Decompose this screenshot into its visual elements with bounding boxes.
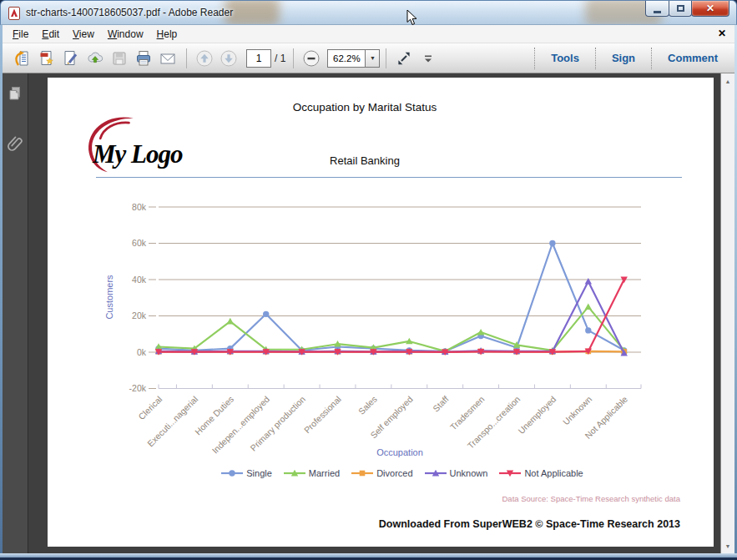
svg-text:Customers: Customers (104, 275, 114, 320)
divider-line (96, 177, 682, 178)
window-border-bottom (0, 553, 737, 557)
svg-text:Staff: Staff (431, 394, 451, 414)
legend-label: Unknown (450, 468, 488, 478)
svg-text:40k: 40k (132, 275, 147, 285)
chart-subtitle: Retail Banking (48, 154, 682, 167)
navigation-sidebar (3, 73, 28, 553)
svg-text:Sales: Sales (356, 394, 379, 416)
chart-legend: SingleMarriedDivorcedUnknownNot Applicab… (110, 468, 694, 478)
chart-title: Occupation by Marital Status (48, 101, 682, 114)
more-tools-button[interactable] (416, 47, 439, 69)
legend-marker-icon (221, 468, 243, 478)
save-button[interactable] (108, 47, 130, 69)
toolbar-dotted-separator (651, 48, 652, 69)
mouse-cursor (406, 10, 418, 27)
page-thumbnails-button[interactable] (5, 83, 25, 103)
close-document-icon[interactable]: ✕ (718, 28, 726, 39)
more-tools-icon (422, 50, 434, 67)
legend-item: Single (221, 468, 272, 478)
previous-page-icon (195, 49, 214, 68)
page-total-label: / 1 (275, 53, 285, 64)
fit-window-button[interactable] (392, 47, 415, 69)
create-pdf-icon (38, 49, 56, 68)
legend-marker-icon (425, 468, 447, 478)
scroll-down-icon[interactable]: ▼ (721, 539, 734, 552)
minimize-button[interactable] (645, 1, 669, 17)
toolbar-dotted-separator (595, 48, 596, 69)
pdf-page: Occupation by Marital Status My Logo Ret… (48, 78, 714, 547)
sign-panel-button[interactable]: Sign (603, 52, 644, 64)
zoom-level-value[interactable]: 62.2% (327, 49, 366, 68)
toolbar-separator (386, 48, 386, 68)
legend-marker-icon (284, 468, 305, 478)
window-border-left (0, 25, 3, 556)
title-bar[interactable]: str-charts-1400718605037.pdf - Adobe Rea… (0, 0, 737, 25)
svg-text:Unemployed: Unemployed (516, 394, 558, 436)
legend-item: Not Applicable (499, 468, 583, 478)
menu-window[interactable]: Window (101, 26, 150, 43)
comment-panel-button[interactable]: Comment (659, 52, 726, 64)
page-thumbnails-icon (7, 85, 23, 102)
next-page-icon (220, 49, 238, 68)
minimize-icon (654, 11, 661, 13)
next-page-button[interactable] (217, 47, 240, 69)
svg-text:Tradesmen: Tradesmen (448, 394, 487, 432)
maximize-icon (677, 5, 684, 12)
paperclip-icon (7, 134, 23, 154)
legend-label: Not Applicable (524, 468, 583, 478)
adobe-reader-app-icon (7, 6, 22, 21)
fill-sign-button[interactable] (59, 47, 82, 69)
toolbar-separator (186, 48, 187, 68)
toolbar: / 1 62.2% ▼ Tools Sign Comment (3, 43, 734, 73)
print-icon (134, 49, 153, 68)
toolbar-dotted-separator (534, 48, 535, 69)
svg-text:0k: 0k (137, 347, 147, 357)
svg-text:60k: 60k (132, 238, 147, 248)
fit-window-icon (395, 49, 413, 68)
zoom-dropdown-button[interactable]: ▼ (366, 49, 380, 68)
maximize-button[interactable] (669, 1, 692, 17)
svg-text:80k: 80k (132, 202, 147, 212)
email-button[interactable] (156, 47, 179, 69)
menu-help[interactable]: Help (150, 26, 184, 43)
download-footer: Downloaded From SuperWEB2 © Space-Time R… (48, 518, 680, 530)
tools-panel-button[interactable]: Tools (543, 52, 588, 64)
menu-file[interactable]: File (6, 26, 35, 43)
close-button[interactable]: ✕ (691, 1, 729, 17)
legend-label: Married (309, 468, 340, 478)
legend-marker-icon (351, 468, 373, 478)
previous-page-button[interactable] (193, 47, 215, 69)
open-file-button[interactable] (11, 47, 33, 69)
legend-label: Single (246, 468, 272, 478)
legend-marker-icon (499, 468, 521, 478)
attachments-button[interactable] (5, 134, 25, 154)
menu-edit[interactable]: Edit (35, 26, 66, 43)
vertical-scrollbar[interactable]: ▲ ▼ (720, 73, 734, 553)
save-icon (110, 49, 129, 68)
fill-sign-icon (62, 49, 80, 68)
create-pdf-button[interactable] (35, 47, 58, 69)
svg-text:Occupation: Occupation (376, 447, 423, 457)
line-chart: -20k0k20k40k60k80kClericalExecuti...nage… (48, 190, 714, 466)
zoom-out-button[interactable] (300, 47, 322, 69)
email-icon (159, 49, 177, 68)
window-title: str-charts-1400718605037.pdf - Adobe Rea… (26, 7, 233, 18)
svg-text:Clerical: Clerical (136, 394, 164, 421)
print-button[interactable] (132, 47, 154, 69)
legend-item: Married (284, 468, 340, 478)
toolbar-separator (293, 48, 294, 68)
scroll-up-icon[interactable]: ▲ (721, 74, 734, 88)
send-cloud-button[interactable] (83, 47, 106, 69)
document-pane[interactable]: Occupation by Marital Status My Logo Ret… (28, 73, 720, 553)
legend-item: Divorced (351, 468, 412, 478)
main-area: Occupation by Marital Status My Logo Ret… (3, 73, 734, 553)
data-source-note: Data Source: Space-Time Research synthet… (48, 494, 680, 503)
cloud-upload-icon (86, 49, 104, 68)
svg-text:Professional: Professional (302, 394, 343, 435)
page-number-input[interactable] (246, 49, 271, 68)
legend-label: Divorced (376, 468, 412, 478)
open-file-icon (13, 49, 32, 68)
menu-view[interactable]: View (66, 26, 101, 43)
svg-text:Unknown: Unknown (561, 394, 594, 427)
svg-text:-20k: -20k (129, 383, 147, 393)
